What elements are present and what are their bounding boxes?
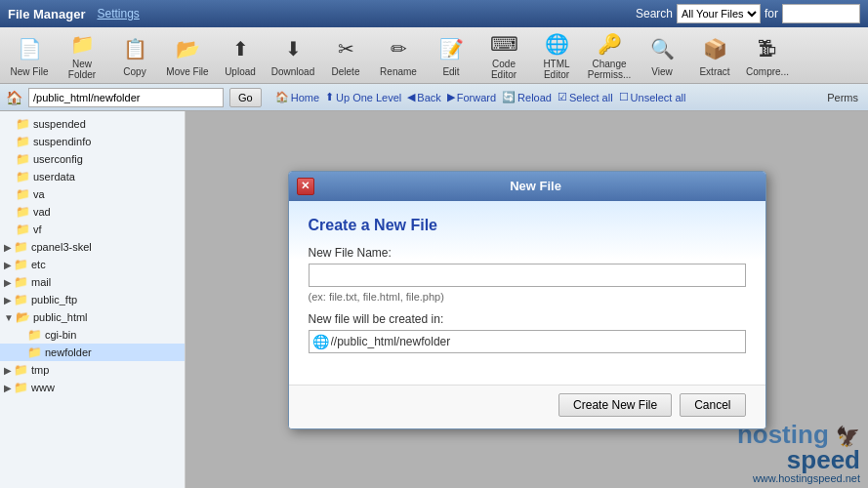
unselect-all-btn[interactable]: ☐ Unselect all	[619, 91, 686, 103]
tree-item-label: suspendinfo	[33, 136, 91, 147]
html-editor-icon: 🌐	[541, 31, 572, 57]
extract-icon: 📦	[699, 33, 730, 64]
tree-item-public-ftp[interactable]: ▶ 📁 public_ftp	[0, 291, 185, 308]
forward-btn[interactable]: ▶ Forward	[447, 91, 496, 103]
nav-buttons: 🏠 Home ⬆ Up One Level ◀ Back ▶ Forward 🔄…	[275, 91, 686, 103]
new-file-icon: 📄	[14, 33, 45, 64]
folder-globe-icon: 📂	[16, 310, 30, 324]
download-btn[interactable]: ⬇ Download	[268, 30, 318, 81]
change-perms-btn[interactable]: 🔑 ChangePermiss...	[584, 30, 635, 81]
cancel-button[interactable]: Cancel	[680, 393, 745, 417]
edit-icon: 📝	[435, 33, 467, 64]
search-input[interactable]	[782, 4, 860, 23]
html-editor-btn[interactable]: 🌐 HTMLEditor	[531, 30, 582, 81]
code-editor-btn[interactable]: ⌨ CodeEditor	[478, 30, 529, 81]
path-input[interactable]	[28, 88, 224, 107]
perms-label: Perms	[827, 92, 862, 103]
tree-item-etc[interactable]: ▶ 📁 etc	[0, 256, 185, 273]
tree-item-label: public_html	[33, 311, 88, 323]
new-folder-btn[interactable]: 📁 NewFolder	[57, 30, 107, 81]
search-label: Search	[636, 7, 673, 20]
expander-icon: ▶	[4, 383, 12, 393]
tree-item-tmp[interactable]: ▶ 📁 tmp	[0, 361, 185, 379]
reload-btn[interactable]: 🔄 Reload	[502, 91, 552, 103]
view-btn[interactable]: 🔍 View	[637, 30, 687, 81]
rename-icon: ✏	[383, 33, 414, 64]
edit-label: Edit	[442, 66, 459, 77]
toolbar: 📄 New File 📁 NewFolder 📋 Copy 📂 Move Fil…	[0, 27, 868, 84]
modal-footer: Create New File Cancel	[289, 385, 765, 428]
folder-icon: 📁	[16, 205, 30, 219]
new-file-dialog: ✕ New File Create a New File New File Na…	[288, 171, 766, 429]
tree-item-vad[interactable]: 📁 vad	[0, 203, 185, 221]
delete-icon: ✂	[330, 33, 361, 64]
select-all-btn[interactable]: ☑ Select all	[558, 91, 613, 103]
tree-item-cpanel3-skel[interactable]: ▶ 📁 cpanel3-skel	[0, 238, 185, 256]
compress-icon: 🗜	[752, 33, 783, 64]
edit-btn[interactable]: 📝 Edit	[426, 30, 476, 81]
path-icon: 🏠	[6, 90, 22, 105]
tree-item-userdata[interactable]: 📁 userdata	[0, 168, 185, 185]
new-file-name-input[interactable]	[309, 264, 746, 287]
search-scope-select[interactable]: All Your Files	[677, 4, 761, 23]
modal-overlay: ✕ New File Create a New File New File Na…	[186, 111, 868, 488]
modal-titlebar: ✕ New File	[289, 172, 765, 201]
tree-item-vf[interactable]: 📁 vf	[0, 221, 185, 238]
change-perms-label: ChangePermiss...	[588, 59, 631, 80]
upload-btn[interactable]: ⬆ Upload	[215, 30, 266, 81]
view-icon: 🔍	[646, 33, 678, 64]
tree-item-userconfig[interactable]: 📁 userconfig	[0, 150, 185, 168]
tree-item-suspended[interactable]: 📁 suspended	[0, 115, 185, 133]
tree-item-label: mail	[31, 276, 51, 288]
app-title: File Manager	[8, 7, 85, 21]
tree-item-public-html[interactable]: ▼ 📂 public_html	[0, 308, 185, 326]
settings-link[interactable]: Settings	[97, 7, 139, 20]
folder-icon: 📁	[14, 258, 28, 271]
folder-icon: 📁	[16, 187, 30, 201]
folder-icon: 📁	[27, 328, 42, 342]
tree-item-label: va	[33, 188, 45, 200]
expander-icon: ▶	[4, 365, 12, 376]
expander-icon: ▶	[4, 277, 12, 288]
tree-item-label: userdata	[33, 171, 75, 183]
up-level-btn[interactable]: ⬆ Up One Level	[325, 91, 401, 103]
code-editor-icon: ⌨	[488, 31, 519, 57]
new-folder-label: NewFolder	[68, 59, 96, 80]
home-btn[interactable]: 🏠 Home	[275, 91, 319, 103]
tree-item-cgi-bin[interactable]: 📁 cgi-bin	[0, 326, 185, 344]
rename-label: Rename	[380, 66, 417, 77]
tree-item-label: newfolder	[45, 346, 92, 358]
tree-item-label: vf	[33, 224, 42, 235]
tree-item-va[interactable]: 📁 va	[0, 185, 185, 203]
move-file-btn[interactable]: 📂 Move File	[162, 30, 213, 81]
copy-icon: 📋	[119, 33, 150, 64]
download-icon: ⬇	[277, 33, 309, 64]
modal-close-button[interactable]: ✕	[297, 178, 314, 195]
create-new-file-button[interactable]: Create New File	[558, 393, 672, 417]
extract-btn[interactable]: 📦 Extract	[689, 30, 740, 81]
file-content-area: hosting 🦅 speed www.hostingspeed.net ✕ N…	[186, 111, 868, 488]
copy-btn[interactable]: 📋 Copy	[109, 30, 160, 81]
header-bar: File Manager Settings Search All Your Fi…	[0, 0, 868, 27]
rename-btn[interactable]: ✏ Rename	[373, 30, 424, 81]
tree-item-www[interactable]: ▶ 📁 www	[0, 379, 185, 396]
code-editor-label: CodeEditor	[491, 59, 517, 80]
tree-item-mail[interactable]: ▶ 📁 mail	[0, 273, 185, 291]
new-file-btn[interactable]: 📄 New File	[4, 30, 55, 81]
go-button[interactable]: Go	[229, 88, 262, 107]
tree-item-label: userconfig	[33, 153, 83, 165]
tree-item-suspendinfo[interactable]: 📁 suspendinfo	[0, 133, 185, 150]
expander-icon: ▶	[4, 242, 12, 253]
compress-btn[interactable]: 🗜 Compre...	[742, 30, 793, 81]
folder-icon: 📁	[16, 135, 30, 148]
tree-item-newfolder[interactable]: 📁 newfolder	[0, 344, 185, 361]
new-folder-icon: 📁	[66, 31, 98, 57]
tree-item-label: cgi-bin	[45, 329, 76, 341]
created-in-path-input[interactable]	[309, 330, 746, 353]
folder-icon: 📁	[14, 363, 28, 377]
search-area: Search All Your Files for	[636, 4, 860, 23]
back-btn[interactable]: ◀ Back	[407, 91, 440, 103]
folder-icon: 📁	[27, 346, 42, 359]
file-name-label: New File Name:	[309, 246, 746, 260]
delete-btn[interactable]: ✂ Delete	[320, 30, 371, 81]
